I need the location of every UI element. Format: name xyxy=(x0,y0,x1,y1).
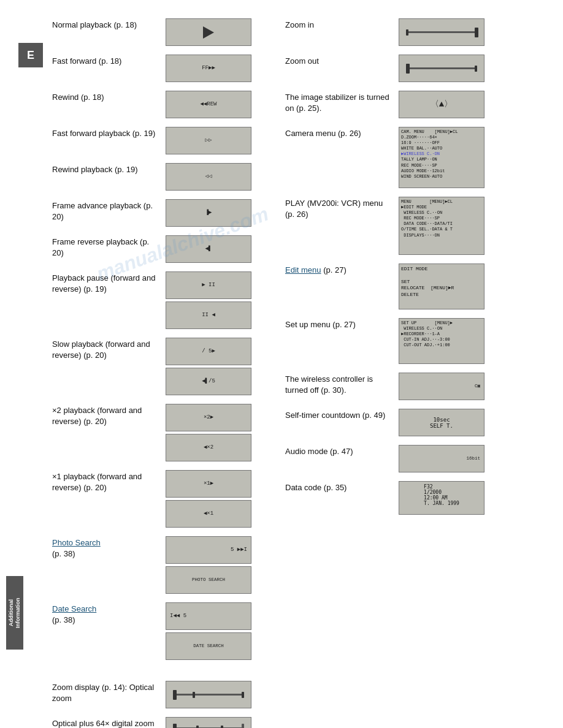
screen-stack-slow: / 5▶ ◀▌/5 xyxy=(166,338,251,395)
screen-pause-fwd: ▶ II xyxy=(166,271,251,299)
screen-text-ff: FF▶▶ xyxy=(202,65,215,72)
label-audio-mode: Audio mode (p. 47) xyxy=(285,445,393,457)
entry-fast-forward: Fast forward (p. 18) FF▶▶ xyxy=(52,55,285,82)
entry-rewind: Rewind (p. 18) ◀◀REW xyxy=(52,91,285,118)
entry-slow-playback: Slow playback (forward and reverse) (p. … xyxy=(52,338,285,395)
photo-search-link: Photo Search xyxy=(52,538,101,547)
screen-stack-x2: ×2▶ ◀×2 xyxy=(166,404,251,461)
screen-stack-date: I◀◀ 5 DATE SEARCH xyxy=(166,602,251,660)
screen-stack-pause: ▶ II II ◀ xyxy=(166,271,251,329)
cam-menu-content: CAM. MENU [MENU]►CL D.ZOOM·····64× 16:9 … xyxy=(401,129,482,180)
screen-x2-rev: ◀×2 xyxy=(166,434,251,461)
label-self-timer: Self-timer countdown (p. 49) xyxy=(285,409,393,421)
entry-photo-search: Photo Search(p. 38) 5 ▶▶I PHOTO SEARCH xyxy=(52,536,285,594)
label-setup-menu: Set up menu (p. 27) xyxy=(285,318,393,330)
label-frame-advance: Frame advance playback (p. 20) xyxy=(52,199,159,222)
side-tab-e: E xyxy=(18,43,43,67)
svg-rect-1 xyxy=(173,690,177,700)
screen-slow-fwd: / 5▶ xyxy=(166,338,251,365)
zoom-in-bar xyxy=(405,27,478,38)
label-zoom-64x: Optical plus 64× digital zoom xyxy=(52,717,159,728)
screen-x1-fwd: ×1▶ xyxy=(166,470,251,498)
svg-rect-3 xyxy=(242,692,244,698)
screen-text-pf: ▶ II xyxy=(202,282,215,289)
screen-slow-rev: ◀▌/5 xyxy=(166,368,251,395)
entry-stabilizer: The image stabilizer is turned on (p. 25… xyxy=(285,91,555,118)
screen-play-menu: MENU [MENU]►CL ►EDIT MODE WIRELESS C.··O… xyxy=(399,197,484,255)
label-frame-reverse: Frame reverse playback (p. 20) xyxy=(52,235,159,259)
screen-date-top: I◀◀ 5 xyxy=(166,602,251,630)
screen-normal-playback xyxy=(166,18,251,46)
label-wireless-off: The wireless controller is turned off (p… xyxy=(285,373,393,396)
screen-self-timer: 10sec SELF T. xyxy=(399,409,484,436)
screen-setup-menu: SET UP [MENU]► WIRELESS C.··ON ►RECORDER… xyxy=(399,318,484,364)
zoom-bar-optical xyxy=(172,689,245,700)
entry-frame-advance: Frame advance playback (p. 20) ▐▶ xyxy=(52,199,285,227)
screen-text-wireless: C▣ xyxy=(475,384,480,390)
left-column: Normal playback (p. 18) Fast forward (p.… xyxy=(52,18,285,728)
screen-fast-forward: FF▶▶ xyxy=(166,55,251,82)
screen-zoom-64x: 64× xyxy=(166,717,251,728)
entry-playback-pause: Playback pause (forward and reverse) (p.… xyxy=(52,271,285,329)
entry-x1-playback: ×1 playback (forward and reverse) (p. 20… xyxy=(52,470,285,528)
screen-stabilizer: 〈▲〉 xyxy=(399,91,484,118)
svg-rect-21 xyxy=(475,66,477,72)
edit-menu-content: EDIT MODE SET RELOCATE [MENU]►R DELETE xyxy=(401,266,482,298)
screen-stack-photo: 5 ▶▶I PHOTO SEARCH xyxy=(166,536,251,594)
svg-rect-16 xyxy=(406,31,477,33)
main-content: Normal playback (p. 18) Fast forward (p.… xyxy=(52,18,563,728)
svg-rect-2 xyxy=(193,692,195,698)
screen-edit-menu: EDIT MODE SET RELOCATE [MENU]►R DELETE xyxy=(399,264,484,309)
svg-rect-19 xyxy=(406,67,477,69)
label-play-menu: PLAY (MV200i: VCR) menu (p. 26) xyxy=(285,197,393,220)
screen-text-fr: ◀▌ xyxy=(205,246,212,253)
screen-photo-bottom: PHOTO SEARCH xyxy=(166,566,251,594)
screen-zoom-optical xyxy=(166,681,251,708)
screen-rewind: ◀◀REW xyxy=(166,91,251,118)
screen-text-x1r: ◀×1 xyxy=(204,510,213,518)
self-timer-content: 10sec SELF T. xyxy=(430,417,453,429)
screen-text-audio: 16bit xyxy=(466,456,480,462)
screen-text-ffp: ▷▷ xyxy=(205,137,212,145)
entry-frame-reverse: Frame reverse playback (p. 20) ◀▌ xyxy=(52,235,285,263)
screen-photo-top: 5 ▶▶I xyxy=(166,536,251,564)
zoom-out-bar xyxy=(405,63,478,74)
entry-zoom-out: Zoom out xyxy=(285,55,555,82)
screen-text-date-bottom: DATE SEARCH xyxy=(193,643,224,650)
entry-setup-menu: Set up menu (p. 27) SET UP [MENU]► WIREL… xyxy=(285,318,555,364)
label-edit-menu: Edit menu (p. 27) xyxy=(285,264,393,276)
screen-text-photo-bottom: PHOTO SEARCH xyxy=(192,577,225,583)
setup-menu-content: SET UP [MENU]► WIRELESS C.··ON ►RECORDER… xyxy=(401,320,482,348)
play-icon xyxy=(203,26,214,39)
screen-text-sf: / 5▶ xyxy=(202,348,215,355)
label-date-search: Date Search(p. 38) xyxy=(52,602,159,626)
svg-rect-20 xyxy=(406,64,410,74)
screen-zoom-out xyxy=(399,55,484,82)
screen-rew-playback: ◁◁ xyxy=(166,163,251,191)
tab-e-label: E xyxy=(27,49,34,62)
label-rewind: Rewind (p. 18) xyxy=(52,91,159,103)
entry-rew-playback: Rewind playback (p. 19) ◁◁ xyxy=(52,163,285,191)
screen-date-bottom: DATE SEARCH xyxy=(166,632,251,660)
entry-x2-playback: ×2 playback (forward and reverse) (p. 20… xyxy=(52,404,285,461)
entry-zoom-optical: Zoom display (p. 14): Optical zoom xyxy=(52,681,285,708)
zoom-bar-64x: 64× xyxy=(172,721,245,728)
entry-date-search: Date Search(p. 38) I◀◀ 5 DATE SEARCH xyxy=(52,602,285,660)
label-slow-playback: Slow playback (forward and reverse) (p. … xyxy=(52,338,159,361)
screen-text-stab: 〈▲〉 xyxy=(431,99,453,110)
screen-zoom-in xyxy=(399,18,484,46)
label-zoom-optical: Zoom display (p. 14): Optical zoom xyxy=(52,681,159,704)
entry-audio-mode: Audio mode (p. 47) 16bit xyxy=(285,445,555,472)
screen-ff-playback: ▷▷ xyxy=(166,127,251,154)
screen-stack-x1: ×1▶ ◀×1 xyxy=(166,470,251,528)
play-menu-content: MENU [MENU]►CL ►EDIT MODE WIRELESS C.··O… xyxy=(401,199,482,238)
screen-data-code: F32 1/2000 12:00 AM T. JAN. 1999 xyxy=(399,481,484,515)
label-stabilizer: The image stabilizer is turned on (p. 25… xyxy=(285,91,393,114)
screen-x2-fwd: ×2▶ xyxy=(166,404,251,431)
date-search-link: Date Search xyxy=(52,604,96,613)
svg-rect-8 xyxy=(242,724,244,728)
right-column: Zoom in Zoom out xyxy=(285,18,555,728)
screen-text-pr: II ◀ xyxy=(202,312,215,319)
label-x2-playback: ×2 playback (forward and reverse) (p. 20… xyxy=(52,404,159,427)
entry-ff-playback: Fast forward playback (p. 19) ▷▷ xyxy=(52,127,285,154)
